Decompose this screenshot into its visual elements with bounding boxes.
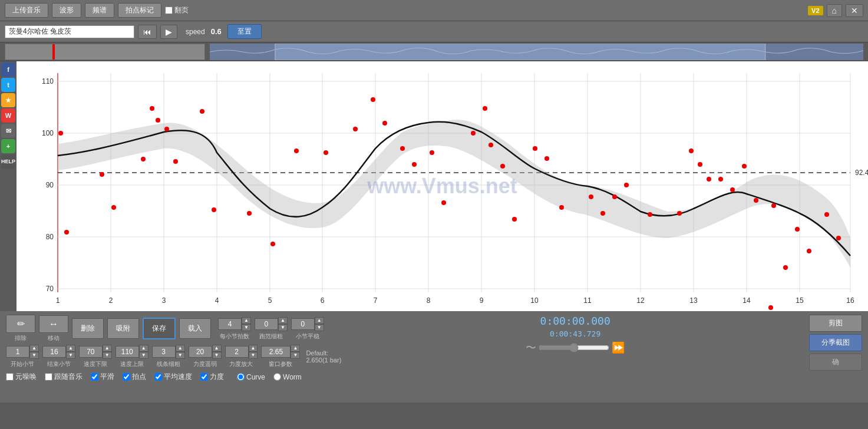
smooth-checkbox[interactable] <box>91 373 98 381</box>
rewind-button[interactable]: ⏮ <box>138 25 157 39</box>
beats-per-measure-input[interactable] <box>218 318 242 330</box>
beats-up[interactable]: ▲ <box>242 317 251 324</box>
smooth-label[interactable]: 平滑 <box>91 372 114 382</box>
worm-radio[interactable] <box>273 373 281 381</box>
follow-beat-label[interactable]: 跟随音乐 <box>45 372 82 382</box>
add-button[interactable]: + <box>1 139 15 153</box>
play-button[interactable]: ▶ <box>160 25 177 39</box>
speed-low-up[interactable]: ▲ <box>103 345 112 352</box>
svg-point-55 <box>353 127 358 131</box>
force-strong-input[interactable] <box>225 346 249 358</box>
edit-button[interactable]: ✏ <box>6 315 35 333</box>
follow-beat-text: 跟随音乐 <box>54 372 82 382</box>
end-up[interactable]: ▲ <box>66 345 75 352</box>
beats-down[interactable]: ▼ <box>242 324 251 331</box>
flip-checkbox[interactable] <box>165 6 173 14</box>
speed-low-input[interactable] <box>79 346 103 358</box>
svg-point-75 <box>677 211 682 216</box>
no-noise-label[interactable]: 元噪唤 <box>6 372 37 382</box>
beat-fine-up[interactable]: ▲ <box>278 317 288 324</box>
wave-slider[interactable] <box>539 343 609 352</box>
speed-high-up[interactable]: ▲ <box>139 345 148 352</box>
avg-speed-checkbox[interactable] <box>154 373 162 381</box>
worm-text: Worm <box>283 373 302 381</box>
facebook-button[interactable]: f <box>1 62 15 77</box>
beat-fine-input[interactable] <box>255 318 278 330</box>
window-up[interactable]: ▲ <box>291 345 300 352</box>
mail-button[interactable]: ✉ <box>1 124 15 138</box>
svg-point-84 <box>771 203 776 208</box>
end-measure-input[interactable] <box>42 346 66 358</box>
beat-fine-down[interactable]: ▼ <box>278 324 288 331</box>
svg-text:14: 14 <box>742 296 751 305</box>
beat-point-label[interactable]: 拍点 <box>123 372 146 382</box>
window-down[interactable]: ▼ <box>291 352 300 359</box>
favorite-button[interactable]: ★ <box>1 93 15 107</box>
line-thickness-input[interactable] <box>152 346 176 358</box>
start-measure-input[interactable] <box>6 346 29 358</box>
confirm-play-button[interactable]: 至置 <box>227 24 262 39</box>
settings-button[interactable]: ✕ <box>846 4 863 17</box>
beat-marker-button[interactable]: 拍点标记 <box>118 3 161 18</box>
thickness-up[interactable]: ▲ <box>176 345 185 352</box>
delete-button[interactable]: 删除 <box>72 318 104 339</box>
attach-button[interactable]: 吸附 <box>107 318 139 339</box>
move-button[interactable]: ↔ <box>39 315 68 333</box>
flip-checkbox-label[interactable]: 翻页 <box>165 5 189 15</box>
no-noise-checkbox[interactable] <box>6 373 14 381</box>
speed-low-down[interactable]: ▼ <box>103 352 112 359</box>
window-input[interactable] <box>261 346 291 358</box>
force-weak-input[interactable] <box>189 346 212 358</box>
force-weak-up[interactable]: ▲ <box>212 345 222 352</box>
measure-fine-down[interactable]: ▼ <box>315 324 324 331</box>
svg-point-71 <box>600 211 605 216</box>
curve-label[interactable]: Curve <box>237 373 265 381</box>
version-button[interactable]: V2 <box>808 6 823 15</box>
cut-view-button[interactable]: 剪图 <box>809 315 862 332</box>
waveform-main[interactable] <box>210 44 863 60</box>
measure-fine-input[interactable] <box>291 318 315 330</box>
svg-text:13: 13 <box>689 296 698 305</box>
force-strong-up[interactable]: ▲ <box>249 345 258 352</box>
waveform-left <box>5 44 205 60</box>
speed-high-input[interactable] <box>115 346 139 358</box>
load-button[interactable]: 载入 <box>179 318 211 339</box>
split-view-button[interactable]: 分季截图 <box>809 334 862 351</box>
save-button[interactable]: 保存 <box>143 318 176 339</box>
force-checkbox[interactable] <box>200 373 208 381</box>
y-label-70: 70 <box>46 285 54 293</box>
end-down[interactable]: ▼ <box>66 352 75 359</box>
upload-music-button[interactable]: 上传音乐 <box>5 3 48 18</box>
force-strong-down[interactable]: ▼ <box>249 352 258 359</box>
window-label: 窗口参数 <box>269 360 292 368</box>
home-button[interactable]: ⌂ <box>827 4 842 17</box>
svg-rect-2 <box>25 61 859 311</box>
top-toolbar: 上传音乐 波形 频谱 拍点标记 翻页 V2 ⌂ ✕ <box>0 0 868 21</box>
force-weak-down[interactable]: ▼ <box>212 352 222 359</box>
worm-label[interactable]: Worm <box>273 373 302 381</box>
confirm-button[interactable]: 确 <box>809 354 862 371</box>
thickness-down[interactable]: ▼ <box>176 352 185 359</box>
waveform-area <box>0 42 868 61</box>
svg-point-49 <box>200 109 204 114</box>
speed-high-down[interactable]: ▼ <box>139 352 148 359</box>
measure-fine-up[interactable]: ▲ <box>315 317 324 324</box>
avg-speed-label[interactable]: 平均速度 <box>154 372 192 382</box>
song-name-input[interactable] <box>5 25 134 38</box>
waveform-button[interactable]: 波形 <box>52 3 81 18</box>
beat-fine-label: 跑范细粗 <box>259 332 283 341</box>
twitter-button[interactable]: t <box>1 78 15 92</box>
spectrum-button[interactable]: 频谱 <box>85 3 114 18</box>
curve-text: Curve <box>246 373 265 381</box>
svg-point-57 <box>382 121 387 126</box>
curve-radio[interactable] <box>237 373 245 381</box>
follow-beat-checkbox[interactable] <box>45 373 52 381</box>
start-up[interactable]: ▲ <box>29 345 39 352</box>
force-label[interactable]: 力度 <box>200 372 224 382</box>
weibo-button[interactable]: W <box>1 108 15 123</box>
beat-point-checkbox[interactable] <box>123 373 130 381</box>
svg-text:9: 9 <box>480 296 484 305</box>
start-down[interactable]: ▼ <box>29 352 39 359</box>
svg-point-78 <box>707 177 711 182</box>
help-button[interactable]: HELP <box>1 154 15 169</box>
